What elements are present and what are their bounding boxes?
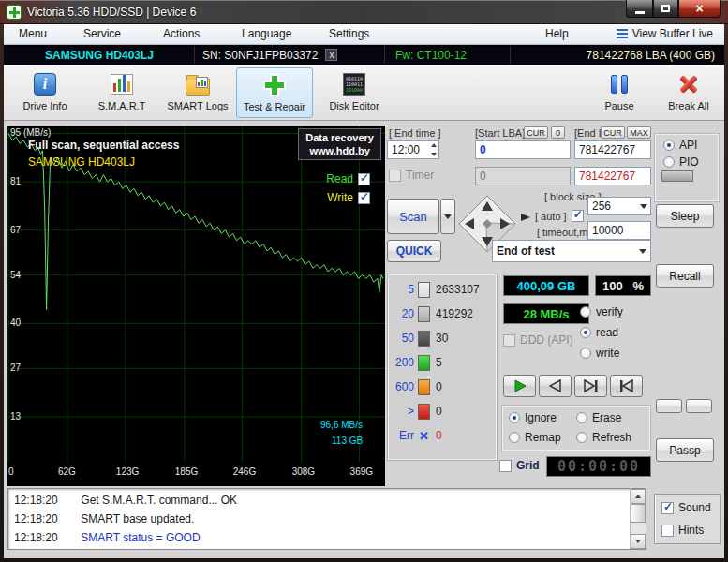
minimize-button[interactable] [626,0,653,18]
action-refresh[interactable]: Refresh [576,431,631,444]
scrollbar-thumb[interactable] [631,504,646,523]
end-lba-field-2[interactable]: 781422767 [574,167,651,185]
remap-radio[interactable] [509,432,520,443]
write-radio[interactable] [580,348,591,359]
ignore-radio[interactable] [509,412,520,423]
hints-toggle[interactable]: Hints [661,524,704,537]
binary-icon: 010110110011101000 [343,73,365,96]
erase-radio[interactable] [576,412,587,423]
toolbar-pause[interactable]: Pause [592,67,646,118]
action-erase[interactable]: Erase [576,411,621,424]
sound-checkbox[interactable] [661,502,674,514]
start-lba-field[interactable]: 0 [475,140,571,159]
toolbar-break-all[interactable]: Break All [658,67,720,118]
block-size-select[interactable]: 256 [587,197,651,215]
verify-radio[interactable] [580,306,591,318]
pio-radio[interactable] [663,156,675,168]
menu-item-service[interactable]: Service [83,27,121,40]
timeout-field[interactable]: 10000 [587,221,651,240]
read-radio[interactable] [580,327,591,338]
benchmark-graph-panel[interactable]: 95 (MB/s)816754402713 062G123G185G246G30… [7,126,385,486]
event-log[interactable]: 12:18:20 Get S.M.A.R.T. command... OK 12… [7,488,646,550]
sound-toggle[interactable]: Sound [661,501,711,514]
small-button-left[interactable] [656,399,682,413]
end-of-test-select[interactable]: End of test [492,240,651,262]
spin-down-icon[interactable] [431,153,437,156]
auto-toggle[interactable]: [ auto ] [535,210,584,222]
play-button[interactable] [503,375,536,397]
green-cross-icon [262,73,287,97]
break-all-icon [678,74,699,95]
toolbar-disk-editor[interactable]: 010110110011101000 Disk Editor [319,67,390,118]
menu-item-language[interactable]: Language [242,27,291,40]
quick-button[interactable]: QUICK [387,240,441,262]
timer-checkbox[interactable] [389,170,401,182]
start-lba-zero-button[interactable]: 0 [551,126,565,139]
end-lba-cur-button[interactable]: CUR [601,126,625,139]
action-remap[interactable]: Remap [509,431,561,444]
block-time-histogram: 52633107 20419292 5030 2005 6000 >0 Err✕… [387,274,498,461]
grid-toggle[interactable]: Grid [499,459,540,472]
spin-up-icon[interactable] [431,143,437,147]
toolbar-test-repair[interactable]: Test & Repair [236,67,313,118]
maximize-button[interactable] [653,0,678,18]
ddd-toggle[interactable]: DDD (API) [503,333,573,347]
skip-end-button[interactable] [610,375,643,397]
menu-item-help[interactable]: Help [545,27,569,40]
read-toggle[interactable]: Read [326,172,370,185]
auto-checkbox[interactable] [572,210,584,222]
menu-item-settings[interactable]: Settings [329,27,369,40]
view-buffer-live[interactable]: View Buffer Live [617,27,713,40]
arrow-down-icon [635,540,641,543]
refresh-radio[interactable] [576,432,587,443]
start-lba-cur-button[interactable]: CUR [524,126,548,139]
x-axis-labels: 062G123G185G246G308G369G [7,466,385,481]
menu-item-actions[interactable]: Actions [163,27,200,40]
scan-dropdown-button[interactable] [440,199,455,234]
small-button-right[interactable] [686,399,712,413]
end-lba-field[interactable]: 781422767 [574,140,651,159]
passp-button[interactable]: Passp [656,438,714,462]
scan-button[interactable]: Scan [387,199,439,234]
recall-button[interactable]: Recall [656,264,714,288]
toolbar-smart-logs[interactable]: SMART Logs [161,67,234,118]
pio-option[interactable]: PIO [663,155,699,169]
toolbar-drive-info[interactable]: i Drive Info [9,67,81,118]
mode-verify[interactable]: verify [580,305,623,318]
grid-checkbox[interactable] [499,460,512,472]
api-radio[interactable] [663,140,675,151]
toolbar-smart[interactable]: S.M.A.R.T [86,67,157,118]
title-bar[interactable]: Victoria 5.36 HDD/SSD | Device 6 × [0,0,728,24]
mode-write[interactable]: write [580,347,619,360]
action-ignore[interactable]: Ignore [509,411,557,424]
end-time-label: [ End time ] [389,127,441,139]
step-back-button[interactable] [539,375,572,397]
scroll-up-button[interactable] [631,489,646,504]
hist-block [418,379,430,395]
hist-row: Err✕0 [388,426,497,445]
log-scrollbar[interactable] [630,489,646,549]
timer-field: 0 [475,167,571,185]
end-lba-max-button[interactable]: MAX [627,126,651,139]
window-title: Victoria 5.36 HDD/SSD | Device 6 [27,6,196,19]
sleep-button[interactable]: Sleep [656,204,714,228]
chevron-down-icon [640,204,647,209]
skip-forward-button[interactable] [574,375,607,397]
end-time-spinner[interactable]: 12:00 [387,140,439,159]
close-button[interactable]: × [678,0,721,18]
serial-close-icon[interactable]: x [325,49,337,61]
read-checkbox[interactable] [358,173,370,185]
timer-toggle[interactable]: Timer [389,169,434,182]
write-toggle[interactable]: Write [327,191,370,204]
mode-read[interactable]: read [580,326,618,339]
ddd-checkbox[interactable] [503,334,515,347]
scroll-down-button[interactable] [631,534,646,549]
menu-item-menu[interactable]: Menu [19,27,47,40]
hist-row: 20419292 [388,304,497,323]
graph-title: Full scan, sequential access [28,139,179,152]
device-model[interactable]: SAMSUNG HD403LJ [6,45,193,65]
annotation-position: 113 GB [332,436,363,446]
api-option[interactable]: API [663,139,697,152]
hints-checkbox[interactable] [661,525,674,537]
write-checkbox[interactable] [358,192,370,204]
